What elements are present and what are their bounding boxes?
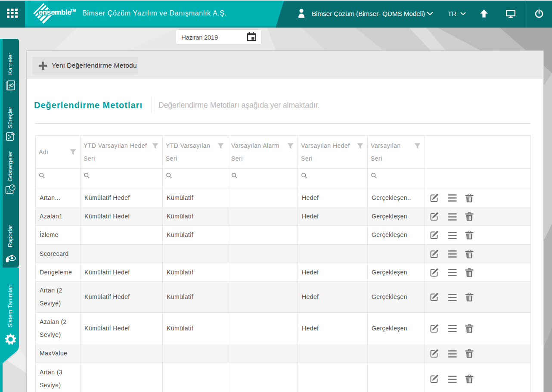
svg-text:TM: TM xyxy=(70,8,76,12)
svg-text:ensemble: ensemble xyxy=(39,8,71,16)
